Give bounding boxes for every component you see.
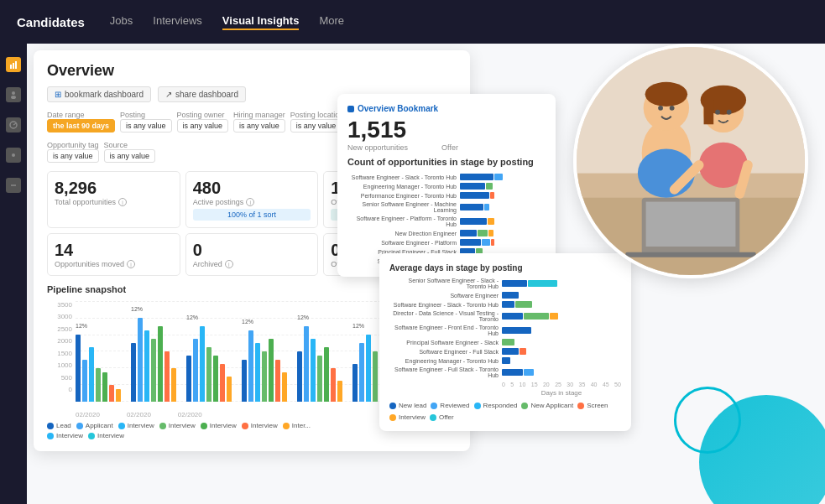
legend-interview-3: Interview <box>201 422 237 429</box>
legend-interview-4: Interview <box>242 422 278 429</box>
filter-location: Posting location is any value <box>290 111 344 132</box>
metric-label-total: Total opportunities i <box>55 198 173 206</box>
svg-point-25 <box>727 110 732 115</box>
hbar-row: Software Engineer <box>389 292 621 299</box>
legend-applicant: Applicant <box>76 422 113 429</box>
bar <box>151 339 156 402</box>
svg-rect-13 <box>646 202 736 247</box>
info-icon-moved[interactable]: i <box>127 260 135 268</box>
svg-point-18 <box>658 106 663 111</box>
svg-rect-0 <box>10 65 12 69</box>
sidebar-icon-settings[interactable] <box>6 148 21 163</box>
nav-item-visual-insights[interactable]: Visual Insights <box>222 14 300 30</box>
bookmark-icon: ⊞ <box>55 90 61 99</box>
hbar-row: Principal Software Engineer - Slack <box>389 339 621 346</box>
nav-brand: Candidates <box>17 15 85 29</box>
avg-days-chart: Senior Software Engineer - Slack - Toron… <box>389 278 621 378</box>
bar <box>144 330 149 402</box>
bookmark-label: bookmark dashboard <box>65 90 144 99</box>
legend-interview-2: Interview <box>159 422 196 429</box>
topnav: Candidates Jobs Interviews Visual Insigh… <box>0 0 825 44</box>
bar <box>193 339 198 402</box>
share-btn[interactable]: ↗ share dashboard <box>158 86 246 102</box>
svg-rect-14 <box>625 252 755 257</box>
big-number: 1,515 <box>347 117 546 143</box>
new-opps-label: New opportunities <box>347 143 408 152</box>
filter-value-hiring[interactable]: is any value <box>233 119 285 132</box>
share-label: share dashboard <box>175 90 238 99</box>
bar <box>255 343 260 402</box>
bar <box>96 368 101 402</box>
svg-rect-23 <box>704 100 714 124</box>
filter-value-date[interactable]: the last 90 days <box>47 119 115 132</box>
info-icon-total[interactable]: i <box>118 198 127 206</box>
hbar-row: Engineering Manager - Toronto Hub <box>389 357 621 364</box>
legend-interview-7: Interview <box>88 432 124 439</box>
filter-label-opp-tag: Opportunity tag <box>47 141 99 149</box>
bar <box>186 356 191 402</box>
bar <box>220 364 225 402</box>
bar-group-1b: 12% <box>131 318 176 402</box>
dashboard-title: Overview <box>47 62 457 80</box>
bar <box>102 372 107 402</box>
filter-value-source[interactable]: is any value <box>104 149 156 163</box>
filter-posting: Posting is any value <box>120 111 172 132</box>
filter-label-hiring: Hiring manager <box>233 111 285 119</box>
chart-legend-2: Interview Interview <box>47 432 457 439</box>
nav-item-interviews[interactable]: Interviews <box>153 14 202 30</box>
bar-group-2b: 12% <box>242 330 287 402</box>
legend-new-lead: New lead <box>389 402 426 409</box>
legend-new-applicant: New Applicant <box>521 402 573 409</box>
x-axis-label: Days in stage <box>389 389 621 397</box>
svg-point-3 <box>12 91 15 95</box>
metric-val-active: 480 <box>193 179 311 198</box>
hbar-row: Performance Engineer - Toronto Hub <box>347 192 546 199</box>
legend-interview-1: Interview <box>118 422 154 429</box>
overview-badge: Overview Bookmark <box>358 104 438 113</box>
bar <box>311 339 316 402</box>
metric-val-total: 8,296 <box>55 179 173 198</box>
bar <box>282 372 287 402</box>
filter-opp-tag: Opportunity tag is any value <box>47 141 99 163</box>
x-axis-ticks: 0 5 10 15 20 25 30 35 40 45 50 <box>389 382 621 387</box>
share-icon: ↗ <box>165 90 172 99</box>
filter-value-posting-owner[interactable]: is any value <box>177 119 229 132</box>
filter-value-posting[interactable]: is any value <box>120 119 172 132</box>
bar <box>158 326 163 402</box>
opp-chart-title: Count of opportunities in stage by posti… <box>347 157 546 167</box>
bar <box>206 347 211 402</box>
nav-items: Jobs Interviews Visual Insights More <box>110 14 344 30</box>
bookmark-btn[interactable]: ⊞ bookmark dashboard <box>47 86 151 102</box>
filter-value-opp-tag[interactable]: is any value <box>47 149 99 163</box>
bar <box>116 389 121 402</box>
nav-item-jobs[interactable]: Jobs <box>110 14 133 30</box>
bar <box>248 330 253 402</box>
metric-label-archived: Archived i <box>193 260 311 268</box>
sidebar-icon-person[interactable] <box>6 87 21 102</box>
bar <box>262 351 267 402</box>
info-icon-archived[interactable]: i <box>225 260 233 268</box>
metric-active-postings: 480 Active postings i 100% of 1 sort <box>185 171 319 228</box>
sidebar-icon-link[interactable] <box>6 178 21 193</box>
legend-offer: Offer <box>430 413 454 421</box>
bar <box>109 385 114 402</box>
info-icon-active[interactable]: i <box>246 198 254 206</box>
sidebar-icon-chart[interactable] <box>6 57 21 72</box>
bar <box>324 347 329 402</box>
sidebar-icon-analytics[interactable] <box>6 117 21 132</box>
filter-label-location: Posting location <box>290 111 344 119</box>
bar <box>82 360 87 402</box>
bookmark-badge <box>347 106 354 112</box>
filter-value-location[interactable]: is any value <box>290 119 344 132</box>
filter-date-range: Date range the last 90 days <box>47 111 115 132</box>
bar <box>359 343 364 402</box>
hbar-row: Software Engineer - Full Stack - Toronto… <box>389 366 621 378</box>
bar <box>227 377 232 402</box>
hbar-row: Software Engineer - Platform <box>347 239 546 246</box>
nav-item-more[interactable]: More <box>319 14 344 30</box>
svg-rect-1 <box>13 63 14 69</box>
filter-label-source: Source <box>104 141 156 149</box>
hbar-row: Senior Software Engineer - Slack - Toron… <box>389 278 621 289</box>
bar <box>275 360 280 402</box>
hbar-row: Engineering Manager - Toronto Hub <box>347 183 546 190</box>
